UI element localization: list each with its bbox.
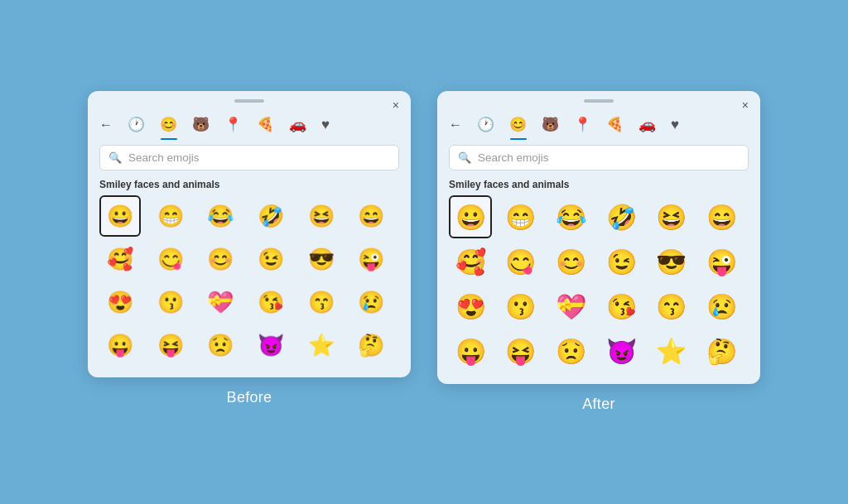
food-icon[interactable]: 🍕	[603, 113, 627, 137]
emoji-cell[interactable]: 😀	[99, 195, 141, 237]
emoji-cell[interactable]: 😛	[449, 329, 492, 372]
emoji-cell[interactable]: 🤔	[700, 329, 743, 372]
emoji-cell[interactable]: 💝	[200, 281, 241, 323]
emoji-cell[interactable]: 💝	[549, 285, 592, 328]
emoji-cell[interactable]: 😢	[350, 281, 392, 323]
panel-nav: ←🕐😊🐻📍🍕🚗♥	[437, 108, 760, 137]
emoji-cell[interactable]: 😜	[700, 240, 743, 283]
search-bar[interactable]: 🔍Search emojis	[99, 145, 399, 170]
emoji-cell[interactable]: 😟	[549, 329, 592, 372]
titlebar: ×	[88, 91, 411, 108]
emoji-cell[interactable]: 😗	[499, 285, 542, 328]
emoji-cell[interactable]: 🤣	[600, 195, 643, 238]
emoji-cell[interactable]: 😙	[650, 285, 693, 328]
emoji-cell[interactable]: 😊	[200, 238, 241, 280]
emoji-panel-after: ×←🕐😊🐻📍🍕🚗♥🔍Search emojisSmiley faces and …	[437, 91, 760, 384]
emoji-cell[interactable]: ⭐	[301, 324, 342, 366]
emoji-cell[interactable]: 😘	[250, 281, 292, 323]
emoji-cell[interactable]: 😄	[350, 195, 392, 237]
emoji-cell[interactable]: 😘	[600, 285, 643, 328]
emoji-cell[interactable]: 😎	[301, 238, 342, 280]
emoji-cell[interactable]: 🥰	[449, 240, 492, 283]
emoji-cell[interactable]: 😝	[150, 324, 191, 366]
section-title: Smiley faces and animals	[437, 177, 760, 195]
nav-back-button[interactable]: ←	[99, 118, 113, 132]
close-button[interactable]: ×	[742, 99, 749, 111]
panel-label-after: After	[582, 396, 615, 413]
emoji-panel-before: ×←🕐😊🐻📍🍕🚗♥🔍Search emojisSmiley faces and …	[88, 91, 411, 377]
search-bar[interactable]: 🔍Search emojis	[449, 145, 749, 170]
heart-icon[interactable]: ♥	[667, 113, 682, 137]
emoji-cell[interactable]: 😂	[200, 195, 241, 237]
emoji-cell[interactable]: 😈	[250, 324, 292, 366]
recent-icon[interactable]: 🕐	[124, 113, 148, 137]
panel-container-after: ×←🕐😊🐻📍🍕🚗♥🔍Search emojisSmiley faces and …	[437, 91, 760, 413]
emoji-cell[interactable]: 😆	[650, 195, 693, 238]
smiley-icon[interactable]: 😊	[506, 113, 530, 137]
location-icon[interactable]: 📍	[571, 113, 595, 137]
search-icon: 🔍	[108, 151, 122, 164]
emoji-cell[interactable]: 😎	[650, 240, 693, 283]
emoji-cell[interactable]: 😊	[549, 240, 592, 283]
emoji-cell[interactable]: ⭐	[650, 329, 693, 372]
heart-icon[interactable]: ♥	[318, 113, 333, 137]
emoji-cell[interactable]: 😁	[499, 195, 542, 238]
emoji-cell[interactable]: 😟	[200, 324, 241, 366]
emoji-cell[interactable]: 😋	[499, 240, 542, 283]
emoji-cell[interactable]: 😙	[301, 281, 342, 323]
nav-back-button[interactable]: ←	[449, 118, 462, 132]
panel-label-before: Before	[227, 389, 272, 406]
emoji-cell[interactable]: 😂	[549, 195, 592, 238]
animal-icon[interactable]: 🐻	[189, 113, 213, 137]
close-button[interactable]: ×	[393, 99, 399, 111]
recent-icon[interactable]: 🕐	[474, 113, 498, 137]
emoji-cell[interactable]: 😉	[600, 240, 643, 283]
smiley-icon[interactable]: 😊	[157, 113, 181, 137]
food-icon[interactable]: 🍕	[253, 113, 277, 137]
emoji-cell[interactable]: 😜	[350, 238, 392, 280]
vehicle-icon[interactable]: 🚗	[635, 113, 659, 137]
search-placeholder: Search emojis	[128, 151, 200, 164]
emoji-cell[interactable]: 😄	[700, 195, 743, 238]
drag-handle	[234, 99, 264, 103]
emoji-cell[interactable]: 😈	[600, 329, 643, 372]
emoji-cell[interactable]: 😢	[700, 285, 743, 328]
drag-handle	[584, 99, 614, 103]
location-icon[interactable]: 📍	[221, 113, 245, 137]
animal-icon[interactable]: 🐻	[538, 113, 562, 137]
vehicle-icon[interactable]: 🚗	[286, 113, 310, 137]
emoji-cell[interactable]: 🤔	[350, 324, 392, 366]
emoji-cell[interactable]: 😝	[499, 329, 542, 372]
emoji-cell[interactable]: 😁	[150, 195, 191, 237]
titlebar: ×	[437, 91, 760, 108]
panels-wrapper: ×←🕐😊🐻📍🍕🚗♥🔍Search emojisSmiley faces and …	[88, 91, 760, 413]
emoji-cell[interactable]: 😗	[150, 281, 191, 323]
emoji-cell[interactable]: 😀	[449, 195, 492, 238]
panel-nav: ←🕐😊🐻📍🍕🚗♥	[88, 108, 411, 137]
emoji-cell[interactable]: 🤣	[250, 195, 292, 237]
search-icon: 🔍	[458, 151, 471, 164]
emoji-cell[interactable]: 😛	[99, 324, 141, 366]
section-title: Smiley faces and animals	[88, 177, 411, 195]
panel-container-before: ×←🕐😊🐻📍🍕🚗♥🔍Search emojisSmiley faces and …	[88, 91, 411, 406]
emoji-grid: 😀😁😂🤣😆😄🥰😋😊😉😎😜😍😗💝😘😙😢😛😝😟😈⭐🤔	[437, 195, 760, 384]
emoji-cell[interactable]: 😉	[250, 238, 292, 280]
emoji-grid: 😀😁😂🤣😆😄🥰😋😊😉😎😜😍😗💝😘😙😢😛😝😟😈⭐🤔	[88, 195, 411, 377]
emoji-cell[interactable]: 😋	[150, 238, 191, 280]
search-placeholder: Search emojis	[478, 151, 549, 164]
emoji-cell[interactable]: 😍	[449, 285, 492, 328]
emoji-cell[interactable]: 😍	[99, 281, 141, 323]
emoji-cell[interactable]: 🥰	[99, 238, 141, 280]
emoji-cell[interactable]: 😆	[301, 195, 342, 237]
